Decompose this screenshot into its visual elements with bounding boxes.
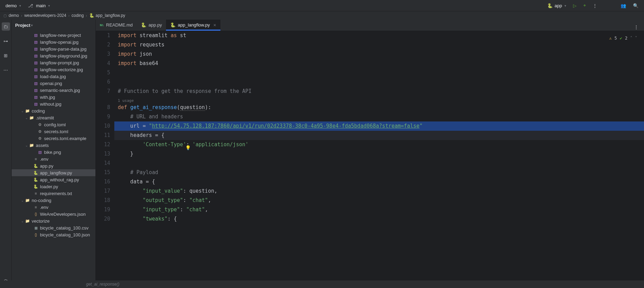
warning-count: 5 xyxy=(614,34,617,43)
tree-item[interactable]: langflow-openai.jpg xyxy=(12,39,95,45)
project-sidebar: Project▾ langflow-new-projectlangflow-op… xyxy=(12,20,96,288)
tree-item[interactable]: ⌄vectorize xyxy=(12,217,95,224)
code-line[interactable]: # Function to get the response from the … xyxy=(114,87,644,96)
editor[interactable]: 1234567891011121314151617181920 import s… xyxy=(96,31,644,288)
code-line[interactable]: "output_type": "chat", xyxy=(114,196,644,205)
search-everywhere-button[interactable]: 🔍 xyxy=(631,2,641,9)
kebab-icon: ⋮ xyxy=(634,24,638,30)
tree-item[interactable]: with.jpg xyxy=(12,94,95,100)
tree-item[interactable]: without.jpg xyxy=(12,100,95,107)
tree-item[interactable]: semantic-search.jpg xyxy=(12,87,95,94)
code-line[interactable]: import json xyxy=(114,50,644,59)
tree-item[interactable]: langflow-playground.jpg xyxy=(12,52,95,59)
code-content[interactable]: import streamlit as stimport requestsimp… xyxy=(114,31,644,288)
tree-item[interactable]: WeAreDevelopers.json xyxy=(12,211,95,217)
gutter: 1234567891011121314151617181920 xyxy=(96,31,114,288)
intention-bulb-icon[interactable]: 💡 xyxy=(185,143,191,152)
chevron-up-icon[interactable]: ˄ xyxy=(630,34,632,43)
chevron-right-icon: › xyxy=(68,14,69,18)
code-line[interactable] xyxy=(114,159,644,168)
tree-item[interactable]: ⌄coding xyxy=(12,107,95,114)
code-line[interactable]: import base64 xyxy=(114,59,644,68)
breadcrumb: ▢ demo › wearedevelopers-2024 › coding ›… xyxy=(0,11,644,20)
code-line[interactable]: "tweaks": { xyxy=(114,214,644,224)
usage-hint[interactable]: 1 usage xyxy=(114,96,644,103)
code-line[interactable]: # URL and headers xyxy=(114,112,644,121)
project-tree[interactable]: langflow-new-projectlangflow-openai.jpgl… xyxy=(12,31,95,288)
python-icon: 🐍 xyxy=(547,3,553,8)
chevron-down-icon[interactable]: ˅ xyxy=(635,34,637,43)
project-menu[interactable]: demo▾ xyxy=(3,2,23,9)
run-button[interactable]: ▷ xyxy=(571,2,579,9)
editor-area: M↓README.md×🐍app.py×🐍app_langflow.py×⋮ 1… xyxy=(96,20,644,288)
tree-item[interactable]: ⌄assets xyxy=(12,142,95,149)
python-icon: 🐍 xyxy=(89,13,94,18)
people-icon: 👥 xyxy=(621,3,626,8)
commit-icon: ⊶ xyxy=(3,39,8,44)
inspections-widget[interactable]: ⚠5 ✔2 ˄ ˅ xyxy=(609,34,637,43)
tree-item[interactable]: config.toml xyxy=(12,121,95,128)
code-line[interactable]: 'Content-Type': 'application/json' xyxy=(114,140,644,149)
chevron-right-icon: › xyxy=(86,14,87,18)
editor-tab[interactable]: M↓README.md× xyxy=(96,20,137,31)
ok-count: 2 xyxy=(625,34,627,43)
bug-icon: ⌖ xyxy=(583,3,586,8)
folder-icon: 🗀 xyxy=(3,24,8,29)
tree-item[interactable]: bicycle_catalog_100.csv xyxy=(12,224,95,231)
code-line[interactable]: import requests xyxy=(114,40,644,50)
tree-item[interactable]: requirements.txt xyxy=(12,190,95,197)
run-config-menu[interactable]: 🐍 app▾ xyxy=(545,2,568,9)
tree-item[interactable]: .env xyxy=(12,204,95,211)
more-button[interactable]: ⋮ xyxy=(591,2,599,9)
code-line[interactable]: headers = { xyxy=(114,131,644,140)
code-line[interactable]: "input_type": "chat", xyxy=(114,205,644,214)
tree-item[interactable]: app_without_rag.py xyxy=(12,176,95,183)
project-tool-button[interactable]: 🗀 xyxy=(2,22,10,31)
code-line[interactable]: # Payload xyxy=(114,168,644,177)
tree-item[interactable]: langflow-prompt.jpg xyxy=(12,59,95,66)
editor-tab[interactable]: 🐍app.py× xyxy=(137,20,166,31)
tree-item[interactable]: openai.png xyxy=(12,80,95,87)
tree-item[interactable]: ⌄no-coding xyxy=(12,197,95,204)
tree-item[interactable]: secrets.toml xyxy=(12,128,95,135)
editor-tab[interactable]: 🐍app_langflow.py× xyxy=(166,20,220,31)
breadcrumb-item[interactable]: demo xyxy=(9,13,19,18)
code-line[interactable] xyxy=(114,77,644,87)
tree-item[interactable]: loader.py xyxy=(12,183,95,190)
breadcrumb-item[interactable]: 🐍 app_langflow.py xyxy=(89,13,125,18)
tree-item[interactable]: ⌄.streamlit xyxy=(12,114,95,121)
chevron-down-icon: ▾ xyxy=(564,4,566,8)
vcs-branch-menu[interactable]: main▾ xyxy=(26,2,52,9)
code-line[interactable] xyxy=(114,68,644,77)
commit-tool-button[interactable]: ⊶ xyxy=(2,37,10,45)
tree-item[interactable]: langflow-parse-data.jpg xyxy=(12,45,95,52)
code-line[interactable]: def get_ai_response(question): xyxy=(114,103,644,112)
tree-item[interactable]: .env xyxy=(12,156,95,162)
tree-item[interactable]: langflow-vectorize.jpg xyxy=(12,66,95,73)
debug-button[interactable]: ⌖ xyxy=(581,2,588,9)
chevron-down-icon: ▾ xyxy=(19,4,21,8)
search-icon: 🔍 xyxy=(633,3,638,8)
code-line[interactable]: "input_value": question, xyxy=(114,186,644,196)
tree-item[interactable]: langflow-new-project xyxy=(12,32,95,39)
more-tools-button[interactable]: ⋯ xyxy=(2,66,10,74)
code-line[interactable]: import streamlit as st xyxy=(114,31,644,40)
breadcrumb-item[interactable]: wearedevelopers-2024 xyxy=(24,13,66,18)
tabs-menu-button[interactable]: ⋮ xyxy=(632,23,641,31)
code-line[interactable]: url = "http://54.75.128.187:7860/api/v1/… xyxy=(114,121,644,131)
tree-item[interactable]: load-data.jpg xyxy=(12,73,95,80)
tree-item[interactable]: app.py xyxy=(12,162,95,169)
tree-item[interactable]: secrets.toml.example xyxy=(12,135,95,142)
breadcrumb-item[interactable]: coding xyxy=(72,13,84,18)
tree-item[interactable]: bike.png xyxy=(12,149,95,156)
structure-tool-button[interactable]: ⊞ xyxy=(2,51,10,60)
close-icon[interactable]: × xyxy=(214,22,216,28)
code-line[interactable]: } xyxy=(114,149,644,159)
kebab-icon: ⋮ xyxy=(593,3,597,8)
tree-item[interactable]: bicycle_catalog_100.json xyxy=(12,231,95,238)
tree-item[interactable]: app_langflow.py xyxy=(12,169,95,176)
code-line[interactable]: data = { xyxy=(114,177,644,186)
branch-icon xyxy=(28,3,34,8)
code-with-me-button[interactable]: 👥 xyxy=(619,2,628,9)
sidebar-header[interactable]: Project▾ xyxy=(12,20,95,31)
